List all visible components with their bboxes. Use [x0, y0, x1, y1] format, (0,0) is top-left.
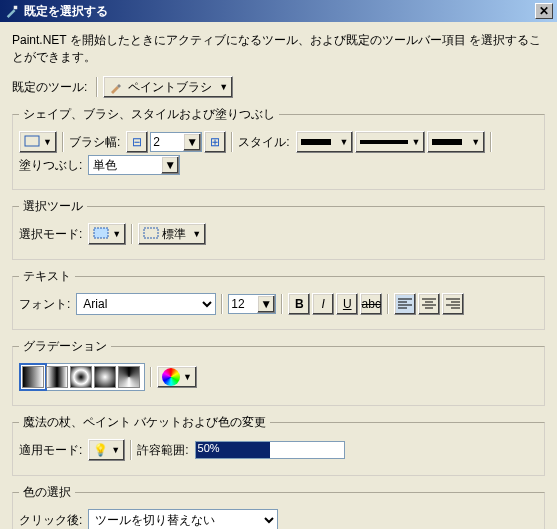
app-icon: [4, 3, 20, 19]
line-solid-icon: [360, 137, 408, 147]
separator: [281, 294, 283, 314]
align-center-button[interactable]: [418, 293, 440, 315]
separator: [387, 294, 389, 314]
paintbrush-icon: [108, 79, 124, 95]
line-dash-style[interactable]: ▼: [355, 131, 425, 153]
chevron-down-icon: ▼: [112, 229, 121, 239]
separator: [490, 132, 492, 152]
selection-group: 選択ツール 選択モード: ▼ 標準 ▼: [12, 198, 545, 260]
italic-button[interactable]: I: [312, 293, 334, 315]
default-tool-label: 既定のツール:: [12, 79, 87, 96]
tolerance-slider[interactable]: 50%: [195, 441, 345, 459]
font-select[interactable]: Arial: [76, 293, 216, 315]
shape-tool-dropdown[interactable]: ▼: [19, 131, 57, 153]
gradient-linear-button[interactable]: [22, 366, 44, 388]
brush-width-incr[interactable]: ⊞: [204, 131, 226, 153]
separator: [131, 224, 133, 244]
line-end-style[interactable]: ▼: [427, 131, 485, 153]
selection-draw-value: 標準: [162, 226, 186, 243]
color-wheel-icon: [162, 368, 180, 386]
separator: [62, 132, 64, 152]
separator: [231, 132, 233, 152]
svg-rect-1: [25, 136, 39, 146]
plus-icon: ⊞: [210, 135, 220, 149]
selection-mode-dropdown[interactable]: ▼: [88, 223, 126, 245]
separator: [150, 367, 152, 387]
chevron-down-icon: ▼: [192, 229, 201, 239]
svg-rect-3: [360, 140, 408, 144]
selection-replace-icon: [93, 227, 109, 242]
svg-rect-6: [144, 228, 158, 238]
colorpick-legend: 色の選択: [19, 484, 75, 501]
brush-width-decr[interactable]: ⊟: [126, 131, 148, 153]
chevron-down-icon: ▼: [43, 137, 52, 147]
font-label: フォント:: [19, 296, 70, 313]
line-solid-icon: [301, 137, 337, 147]
chevron-down-icon: ▼: [340, 137, 349, 147]
gradient-linear-reflected-button[interactable]: [46, 366, 68, 388]
intro-text: Paint.NET を開始したときにアクティブになるツール、および既定のツールバ…: [12, 32, 545, 66]
line-solid-icon: [432, 137, 468, 147]
gradient-channel-dropdown[interactable]: ▼: [157, 366, 197, 388]
brush-width-label: ブラシ幅:: [69, 134, 120, 151]
strike-button[interactable]: abc: [360, 293, 382, 315]
svg-rect-4: [432, 139, 462, 145]
apply-mode-label: 適用モード:: [19, 442, 82, 459]
fill-value: 単色: [89, 157, 121, 174]
tolerance-label: 許容範囲:: [137, 442, 188, 459]
gradient-diamond-button[interactable]: [70, 366, 92, 388]
fill-label: 塗りつぶし:: [19, 157, 82, 174]
bold-button[interactable]: B: [288, 293, 310, 315]
bold-icon: B: [295, 297, 304, 311]
selection-draw-dropdown[interactable]: 標準 ▼: [138, 223, 206, 245]
magic-legend: 魔法の杖、ペイント バケットおよび色の変更: [19, 414, 270, 431]
afterclick-label: クリック後:: [19, 512, 82, 529]
magic-group: 魔法の杖、ペイント バケットおよび色の変更 適用モード: 💡 ▼ 許容範囲: 5…: [12, 414, 545, 476]
chevron-down-icon: ▼: [183, 372, 192, 382]
chevron-down-icon: ▼: [164, 158, 176, 172]
svg-rect-2: [301, 139, 331, 145]
selection-mode-label: 選択モード:: [19, 226, 82, 243]
gradient-radial-button[interactable]: [94, 366, 116, 388]
text-legend: テキスト: [19, 268, 75, 285]
shape-legend: シェイプ、ブラシ、スタイルおよび塗りつぶし: [19, 106, 279, 123]
chevron-down-icon: ▼: [411, 137, 420, 147]
colorpick-group: 色の選択 クリック後: ツールを切り替えない: [12, 484, 545, 529]
align-left-button[interactable]: [394, 293, 416, 315]
align-right-button[interactable]: [442, 293, 464, 315]
chevron-down-icon: ▼: [186, 135, 198, 149]
strike-icon: abc: [362, 297, 381, 311]
apply-mode-dropdown[interactable]: 💡 ▼: [88, 439, 125, 461]
close-button[interactable]: ✕: [535, 3, 553, 19]
svg-rect-0: [14, 6, 18, 10]
separator: [96, 77, 98, 97]
afterclick-select[interactable]: ツールを切り替えない: [88, 509, 278, 529]
separator: [130, 440, 132, 460]
align-right-icon: [446, 297, 460, 312]
font-size-input[interactable]: [229, 295, 257, 313]
underline-button[interactable]: U: [336, 293, 358, 315]
chevron-down-icon: ▼: [471, 137, 480, 147]
default-tool-dropdown[interactable]: ペイントブラシ ▼: [103, 76, 233, 98]
gradient-conical-button[interactable]: [118, 366, 140, 388]
selection-legend: 選択ツール: [19, 198, 87, 215]
chevron-down-icon: ▼: [219, 82, 228, 92]
selection-normal-icon: [143, 227, 159, 242]
brush-width-input[interactable]: [151, 133, 183, 151]
italic-icon: I: [322, 297, 325, 311]
tolerance-value: 50%: [196, 442, 270, 458]
shape-group: シェイプ、ブラシ、スタイルおよび塗りつぶし ▼ ブラシ幅: ⊟ ▼ ⊞ スタイル…: [12, 106, 545, 190]
style-label: スタイル:: [238, 134, 289, 151]
lightbulb-icon: 💡: [93, 443, 108, 457]
line-start-style[interactable]: ▼: [296, 131, 354, 153]
rectangle-outline-icon: [24, 135, 40, 150]
align-center-icon: [422, 297, 436, 312]
chevron-down-icon: ▼: [111, 445, 120, 455]
chevron-down-icon: ▼: [260, 297, 272, 311]
font-size-arrow[interactable]: ▼: [257, 295, 275, 313]
fill-dropdown[interactable]: 単色 ▼: [88, 155, 180, 175]
brush-width-combo-arrow[interactable]: ▼: [183, 133, 201, 151]
gradient-group: グラデーション ▼: [12, 338, 545, 406]
align-left-icon: [398, 297, 412, 312]
default-tool-value: ペイントブラシ: [128, 79, 212, 96]
